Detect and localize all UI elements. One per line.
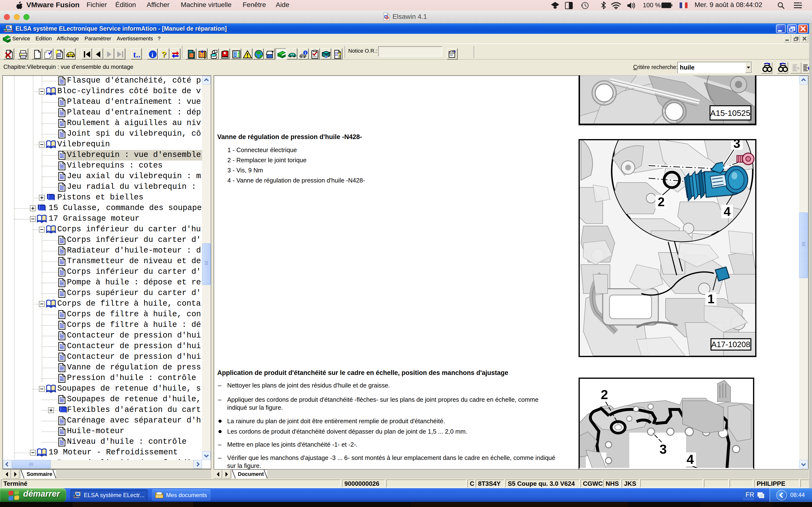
svg-text:3: 3 [733, 139, 741, 151]
svg-text:t..: t.. [133, 50, 140, 59]
svg-text:?: ? [337, 51, 342, 59]
svg-text:i: i [305, 50, 306, 55]
svg-text:2: 2 [658, 195, 665, 209]
svg-text:3: 3 [660, 442, 667, 456]
svg-text:i: i [152, 51, 153, 58]
svg-text:?: ? [161, 50, 166, 59]
svg-text:1: 1 [708, 292, 715, 306]
svg-text:4: 4 [724, 205, 731, 219]
svg-text:A15-10525: A15-10525 [710, 108, 750, 118]
svg-text:A17-10208: A17-10208 [711, 340, 750, 349]
svg-text:4: 4 [687, 452, 694, 466]
svg-text:2: 2 [601, 387, 608, 402]
